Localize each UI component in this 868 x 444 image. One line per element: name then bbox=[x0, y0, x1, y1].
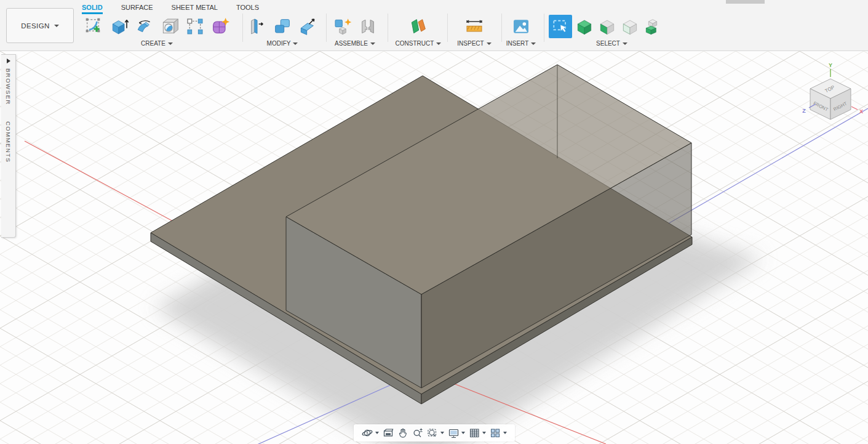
toolbar: DESIGN SOLID SURFACE SHEET METAL TOOLS bbox=[0, 0, 868, 51]
toolbar-separator bbox=[242, 14, 243, 42]
select-component-filter-icon[interactable] bbox=[642, 15, 663, 38]
zoom-icon[interactable] bbox=[411, 426, 424, 440]
toolbar-group-construct: CONSTRUCT bbox=[389, 15, 448, 49]
chevron-down-icon bbox=[370, 42, 375, 45]
chevron-down-icon[interactable] bbox=[440, 432, 444, 434]
toolbar-group-label-assemble[interactable]: ASSEMBLE bbox=[328, 40, 381, 47]
hole-icon[interactable] bbox=[158, 15, 181, 38]
toolbar-group-inspect: INSPECT bbox=[447, 15, 501, 49]
side-panel-strip: BROWSER COMMENTS bbox=[1, 54, 16, 238]
x-axis-stub bbox=[851, 107, 858, 110]
window-select-icon[interactable] bbox=[549, 15, 572, 38]
select-body-filter-icon[interactable] bbox=[574, 15, 595, 38]
chevron-down-icon[interactable] bbox=[482, 432, 486, 434]
orbit-icon[interactable] bbox=[360, 426, 380, 440]
design-menu-button[interactable]: DESIGN bbox=[6, 8, 74, 43]
toolbar-group-label-create[interactable]: CREATE bbox=[80, 40, 234, 47]
sidebar-tab-browser[interactable]: BROWSER bbox=[5, 68, 12, 105]
toolbar-group-create: CREATE bbox=[80, 15, 234, 49]
y-axis-label: Y bbox=[829, 62, 832, 68]
chevron-down-icon bbox=[487, 42, 492, 45]
scene-canvas[interactable] bbox=[0, 51, 868, 444]
split-body-icon[interactable] bbox=[296, 15, 319, 38]
toolbar-separator bbox=[447, 14, 448, 42]
tab-surface[interactable]: SURFACE bbox=[121, 2, 153, 12]
create-form-icon[interactable] bbox=[209, 15, 232, 38]
toolbar-group-modify: MODIFY bbox=[245, 15, 320, 49]
toolbar-group-insert: INSERT bbox=[503, 15, 540, 49]
chevron-down-icon[interactable] bbox=[503, 432, 507, 434]
toolbar-separator bbox=[388, 14, 388, 42]
rectangular-pattern-icon[interactable] bbox=[183, 15, 207, 38]
toolbar-group-select: SELECT bbox=[549, 15, 675, 49]
chevron-down-icon bbox=[54, 25, 59, 27]
sidebar-tab-comments[interactable]: COMMENTS bbox=[5, 121, 12, 163]
toolbar-separator bbox=[326, 14, 327, 42]
view-cube[interactable]: TOP FRONT RIGHT Y Z X bbox=[795, 60, 868, 133]
toolbar-group-assemble: ASSEMBLE bbox=[328, 15, 381, 49]
new-component-icon[interactable] bbox=[331, 15, 354, 38]
chevron-down-icon bbox=[293, 42, 298, 45]
chevron-down-icon[interactable] bbox=[461, 432, 465, 434]
press-pull-icon[interactable] bbox=[245, 15, 269, 38]
toolbar-separator bbox=[501, 14, 502, 42]
navigation-bar bbox=[354, 424, 515, 442]
toolbar-group-label-inspect[interactable]: INSPECT bbox=[447, 40, 501, 47]
viewports-icon[interactable] bbox=[488, 426, 508, 440]
toolbar-group-label-insert[interactable]: INSERT bbox=[503, 40, 540, 47]
chevron-down-icon bbox=[168, 42, 173, 45]
ribbon-tabs: SOLID SURFACE SHEET METAL TOOLS bbox=[82, 2, 277, 14]
x-axis-label: X bbox=[859, 108, 863, 115]
z-axis-label: Z bbox=[802, 108, 806, 114]
joint-icon[interactable] bbox=[356, 15, 380, 38]
tab-solid[interactable]: SOLID bbox=[82, 2, 103, 14]
chevron-down-icon bbox=[531, 42, 536, 45]
design-menu-label: DESIGN bbox=[21, 22, 50, 30]
chevron-down-icon bbox=[623, 42, 627, 45]
insert-image-icon[interactable] bbox=[509, 15, 533, 38]
select-face-filter-icon[interactable] bbox=[597, 15, 618, 38]
viewport[interactable]: BROWSER COMMENTS TOP FRONT RIGHT Y Z X bbox=[0, 51, 868, 444]
toolbar-group-label-construct[interactable]: CONSTRUCT bbox=[389, 40, 448, 47]
display-settings-icon[interactable] bbox=[447, 426, 466, 440]
combine-icon[interactable] bbox=[271, 15, 294, 38]
chevron-down-icon bbox=[436, 42, 441, 45]
fit-icon[interactable] bbox=[426, 426, 445, 440]
tab-tools[interactable]: TOOLS bbox=[236, 2, 259, 12]
toolbar-group-label-select[interactable]: SELECT bbox=[549, 40, 675, 47]
create-sketch-icon[interactable] bbox=[82, 15, 106, 38]
pan-icon[interactable] bbox=[396, 426, 410, 440]
chevron-down-icon[interactable] bbox=[375, 432, 379, 434]
look-at-icon[interactable] bbox=[381, 426, 395, 440]
construction-plane-icon[interactable] bbox=[407, 15, 430, 38]
tab-sheet-metal[interactable]: SHEET METAL bbox=[172, 2, 218, 12]
measure-icon[interactable] bbox=[463, 15, 486, 38]
select-edge-filter-icon[interactable] bbox=[619, 15, 640, 38]
extrude-icon[interactable] bbox=[108, 15, 131, 38]
grid-settings-icon[interactable] bbox=[468, 426, 487, 440]
toolbar-separator bbox=[544, 14, 544, 42]
window-edge-strip bbox=[726, 0, 765, 4]
expand-browser-icon[interactable] bbox=[7, 59, 10, 63]
toolbar-group-label-modify[interactable]: MODIFY bbox=[245, 40, 320, 47]
revolve-icon[interactable] bbox=[133, 15, 156, 38]
